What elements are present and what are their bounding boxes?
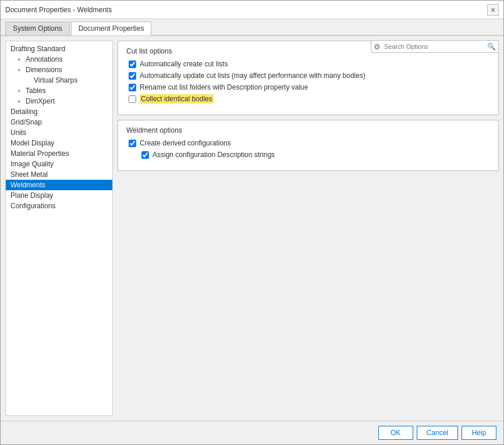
ok-button[interactable]: OK xyxy=(378,426,413,440)
sidebar-item-image-quality[interactable]: Image Quality xyxy=(6,159,112,169)
sidebar: Drafting Standard+Annotations+Dimensions… xyxy=(5,41,113,416)
sidebar-label-sheet-metal: Sheet Metal xyxy=(10,170,48,179)
label-assign-config[interactable]: Assign configuration Description strings xyxy=(152,151,275,159)
label-create-derived[interactable]: Create derived configurations xyxy=(140,139,231,147)
sidebar-label-weldments: Weldments xyxy=(10,181,45,189)
sidebar-item-annotations[interactable]: +Annotations xyxy=(6,54,112,65)
sidebar-item-material-properties[interactable]: Material Properties xyxy=(6,148,112,159)
window-title: Document Properties - Weldments xyxy=(5,6,112,14)
sidebar-label-annotations: Annotations xyxy=(26,55,62,63)
checkbox-auto-create[interactable] xyxy=(129,60,136,68)
tab-system-options[interactable]: System Options xyxy=(5,22,70,35)
highlighted-text-collect-identical: Collect identical bodies xyxy=(140,94,214,104)
close-button[interactable]: × xyxy=(487,4,499,16)
search-bar: ⚙ 🔍 xyxy=(371,40,499,53)
sidebar-item-plane-display[interactable]: Plane Display xyxy=(6,190,112,201)
sidebar-label-detailing: Detailing xyxy=(10,108,38,116)
sidebar-label-dimensions: Dimensions xyxy=(26,66,62,74)
weldment-options-group: Weldment options Create derived configur… xyxy=(118,120,499,171)
sidebar-item-virtual-sharps[interactable]: Virtual Sharps xyxy=(6,75,112,86)
option-row-auto-create: Automatically create cut lists xyxy=(126,60,490,68)
option-row-assign-config: Assign configuration Description strings xyxy=(126,151,490,159)
tab-document-properties[interactable]: Document Properties xyxy=(71,22,152,35)
sidebar-item-tables[interactable]: +Tables xyxy=(6,86,112,96)
sidebar-item-detailing[interactable]: Detailing xyxy=(6,106,112,117)
sidebar-label-plane-display: Plane Display xyxy=(10,191,53,200)
cancel-button[interactable]: Cancel xyxy=(417,426,458,440)
option-row-create-derived: Create derived configurations xyxy=(126,139,490,147)
checkbox-rename-folders[interactable] xyxy=(129,84,136,91)
help-button[interactable]: Help xyxy=(462,426,496,440)
cut-list-items: Automatically create cut listsAutomatica… xyxy=(126,60,490,103)
sidebar-label-virtual-sharps: Virtual Sharps xyxy=(34,76,77,84)
search-icon: 🔍 xyxy=(485,42,498,51)
sidebar-item-sheet-metal[interactable]: Sheet Metal xyxy=(6,169,112,180)
checkbox-auto-update[interactable] xyxy=(129,72,136,80)
option-row-auto-update: Automatically update cut lists (may affe… xyxy=(126,72,490,80)
checkbox-collect-identical[interactable] xyxy=(129,95,136,103)
sidebar-label-dimxpert: DimXpert xyxy=(26,97,55,105)
weldment-options-title: Weldment options xyxy=(126,126,490,134)
sidebar-label-model-display: Model Display xyxy=(10,139,54,147)
sidebar-label-drafting-standard: Drafting Standard xyxy=(10,45,65,53)
label-collect-identical[interactable]: Collect identical bodies xyxy=(140,95,214,103)
label-auto-create[interactable]: Automatically create cut lists xyxy=(140,60,228,68)
sidebar-label-image-quality: Image Quality xyxy=(10,160,54,168)
sidebar-item-units[interactable]: Units xyxy=(6,127,112,138)
search-input[interactable] xyxy=(383,43,485,50)
sidebar-label-configurations: Configurations xyxy=(10,202,55,210)
footer: OK Cancel Help xyxy=(1,421,503,444)
label-rename-folders[interactable]: Rename cut list folders with Description… xyxy=(140,83,308,91)
sidebar-item-configurations[interactable]: Configurations xyxy=(6,201,112,211)
checkbox-assign-config[interactable] xyxy=(141,151,149,159)
option-row-rename-folders: Rename cut list folders with Description… xyxy=(126,83,490,91)
sidebar-label-units: Units xyxy=(10,129,26,137)
expand-icon-dimensions: + xyxy=(17,67,23,73)
option-row-collect-identical: Collect identical bodies xyxy=(126,95,490,103)
sidebar-label-grid-snap: Grid/Snap xyxy=(10,118,42,126)
main-content: Cut list options Automatically create cu… xyxy=(118,41,499,416)
title-bar: Document Properties - Weldments × xyxy=(1,1,503,19)
checkbox-create-derived[interactable] xyxy=(129,140,136,147)
sidebar-label-material-properties: Material Properties xyxy=(10,149,69,158)
label-auto-update[interactable]: Automatically update cut lists (may affe… xyxy=(140,72,365,80)
sidebar-item-model-display[interactable]: Model Display xyxy=(6,138,112,148)
sidebar-item-weldments[interactable]: Weldments xyxy=(6,180,112,190)
sidebar-item-drafting-standard[interactable]: Drafting Standard xyxy=(6,44,112,54)
content-area: Drafting Standard+Annotations+Dimensions… xyxy=(1,36,503,421)
sidebar-label-tables: Tables xyxy=(26,87,46,95)
tab-bar: System Options Document Properties xyxy=(1,19,503,35)
expand-icon-annotations: + xyxy=(17,56,23,63)
gear-icon: ⚙ xyxy=(371,42,383,51)
expand-icon-dimxpert: + xyxy=(17,98,23,105)
sidebar-item-dimxpert[interactable]: +DimXpert xyxy=(6,96,112,106)
main-window: Document Properties - Weldments × System… xyxy=(0,0,504,445)
expand-icon-tables: + xyxy=(17,88,23,94)
sidebar-item-dimensions[interactable]: +Dimensions xyxy=(6,65,112,75)
weldment-items: Create derived configurationsAssign conf… xyxy=(126,139,490,159)
sidebar-item-grid-snap[interactable]: Grid/Snap xyxy=(6,117,112,127)
